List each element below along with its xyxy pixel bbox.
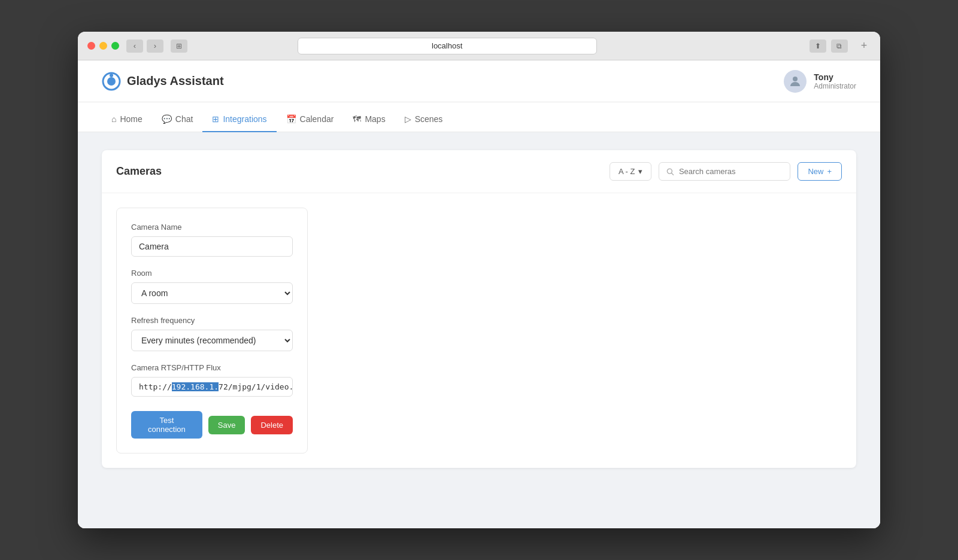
save-button[interactable]: Save [208, 416, 245, 434]
nav-label-home: Home [120, 114, 142, 124]
sort-label: A - Z [619, 167, 635, 176]
nav-label-integrations: Integrations [223, 114, 266, 124]
logo-text: Gladys Assistant [127, 74, 224, 88]
url-text: localhost [432, 41, 462, 50]
logo-area: Gladys Assistant [102, 72, 224, 91]
cameras-controls: A - Z ▾ New + [610, 162, 842, 181]
rtsp-field-wrapper: http://192.168.1.72/mjpg/1/video.mjpg?ti [131, 377, 293, 397]
nav-item-chat[interactable]: 💬 Chat [152, 107, 203, 132]
home-icon: ⌂ [111, 114, 116, 124]
search-icon [666, 168, 674, 176]
svg-point-2 [110, 74, 113, 77]
app-container: Gladys Assistant Tony Administrator ⌂ [78, 60, 880, 528]
nav-item-calendar[interactable]: 📅 Calendar [277, 107, 344, 132]
browser-chrome: ‹ › ⊞ localhost ⬆ ⧉ + [78, 32, 880, 60]
calendar-icon: 📅 [286, 114, 296, 124]
rtsp-prefix: http:// [139, 382, 172, 391]
new-label: New [808, 167, 823, 176]
rtsp-display[interactable]: http://192.168.1.72/mjpg/1/video.mjpg?ti [131, 377, 293, 397]
chevron-down-icon: ▾ [638, 167, 642, 176]
cameras-card: Cameras A - Z ▾ [102, 150, 856, 468]
sort-button[interactable]: A - Z ▾ [610, 162, 651, 181]
camera-name-group: Camera Name [131, 223, 293, 257]
app-nav: ⌂ Home 💬 Chat ⊞ Integrations 📅 Calendar … [78, 102, 880, 132]
search-input[interactable] [679, 167, 783, 176]
maximize-button[interactable] [111, 42, 119, 50]
rtsp-suffix: 72/mjpg/1/video.mjpg?ti [219, 382, 293, 391]
cameras-header: Cameras A - Z ▾ [102, 150, 856, 193]
back-button[interactable]: ‹ [126, 39, 143, 53]
minimize-button[interactable] [99, 42, 107, 50]
sidebar-toggle-button[interactable]: ⊞ [171, 39, 187, 53]
nav-item-integrations[interactable]: ⊞ Integrations [202, 107, 276, 132]
close-button[interactable] [87, 42, 95, 50]
nav-item-scenes[interactable]: ▷ Scenes [395, 107, 453, 132]
svg-point-1 [107, 77, 116, 86]
nav-item-maps[interactable]: 🗺 Maps [343, 107, 395, 132]
maps-icon: 🗺 [353, 114, 361, 124]
scenes-icon: ▷ [405, 114, 411, 124]
nav-label-scenes: Scenes [415, 114, 443, 124]
rtsp-highlighted: 192.168.1. [172, 382, 219, 391]
cameras-body: Camera Name Room A room Living Room Bedr… [102, 193, 856, 468]
nav-label-calendar: Calendar [300, 114, 334, 124]
rtsp-label: Camera RTSP/HTTP Flux [131, 363, 293, 372]
browser-nav-buttons: ‹ › [126, 39, 163, 53]
avatar [784, 70, 807, 93]
plus-icon: + [827, 167, 832, 176]
room-group: Room A room Living Room Bedroom Kitchen … [131, 269, 293, 304]
chat-icon: 💬 [162, 114, 172, 124]
address-bar[interactable]: localhost [298, 38, 597, 54]
tab-button[interactable]: ⧉ [831, 39, 848, 53]
camera-form-card: Camera Name Room A room Living Room Bedr… [116, 208, 308, 454]
form-actions: Test connection Save Delete [131, 411, 293, 439]
browser-actions: ⬆ ⧉ [810, 39, 848, 53]
app-header: Gladys Assistant Tony Administrator [78, 60, 880, 102]
camera-name-label: Camera Name [131, 223, 293, 232]
nav-label-chat: Chat [175, 114, 193, 124]
delete-button[interactable]: Delete [251, 416, 293, 434]
refresh-group: Refresh frequency Every minutes (recomme… [131, 316, 293, 351]
traffic-lights [87, 42, 119, 50]
test-connection-button[interactable]: Test connection [131, 411, 202, 439]
refresh-label: Refresh frequency [131, 316, 293, 325]
gladys-logo-icon [102, 72, 121, 91]
user-info: Tony Administrator [814, 72, 856, 90]
user-role: Administrator [814, 82, 856, 90]
forward-button[interactable]: › [147, 39, 163, 53]
svg-line-5 [672, 173, 674, 175]
svg-point-3 [793, 77, 798, 81]
add-tab-button[interactable]: + [857, 39, 871, 53]
camera-name-input[interactable] [131, 236, 293, 257]
rtsp-group: Camera RTSP/HTTP Flux http://192.168.1.7… [131, 363, 293, 397]
search-box[interactable] [659, 162, 790, 181]
refresh-select[interactable]: Every minutes (recommended) Every 5 minu… [131, 330, 293, 351]
nav-label-maps: Maps [365, 114, 385, 124]
nav-item-home[interactable]: ⌂ Home [102, 107, 152, 132]
new-button[interactable]: New + [798, 162, 842, 181]
integrations-icon: ⊞ [212, 114, 219, 124]
cameras-title: Cameras [116, 165, 162, 178]
share-button[interactable]: ⬆ [810, 39, 826, 53]
user-area: Tony Administrator [784, 70, 856, 93]
room-select[interactable]: A room Living Room Bedroom Kitchen Offic… [131, 282, 293, 304]
user-name: Tony [814, 72, 856, 82]
room-label: Room [131, 269, 293, 278]
main-content: Cameras A - Z ▾ [78, 132, 880, 528]
